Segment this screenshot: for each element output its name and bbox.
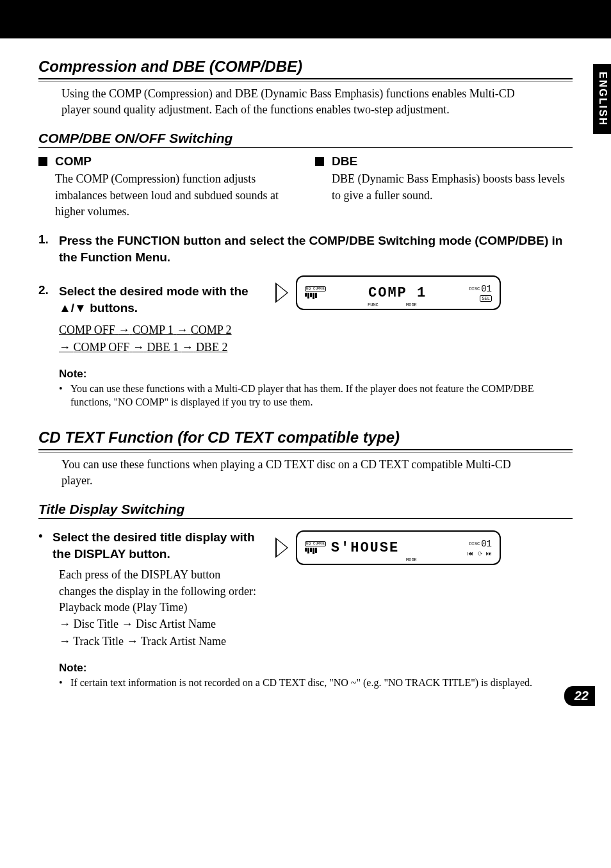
pointer-right-icon bbox=[275, 283, 288, 303]
step-1-number: 1. bbox=[38, 233, 53, 265]
note-comp-dbe: Note: • You can use these functions with… bbox=[59, 368, 573, 409]
dbe-body: DBE (Dynamic Bass Emphasis) boosts bass … bbox=[332, 171, 573, 203]
disc-label: DISC bbox=[469, 286, 480, 291]
comp-heading: COMP bbox=[55, 154, 92, 168]
step-2-number: 2. bbox=[38, 283, 53, 316]
arrow-right-icon: → bbox=[122, 618, 133, 630]
dbe-column: DBE DBE (Dynamic Bass Emphasis) boosts b… bbox=[315, 154, 573, 220]
section-intro-cdtext: You can use these functions when playing… bbox=[61, 457, 535, 489]
dbe-heading: DBE bbox=[332, 154, 357, 168]
arrow-right-icon: → bbox=[176, 323, 188, 336]
step-2-row: 2. Select the desired mode with the ▲/▼ … bbox=[38, 270, 573, 356]
pointer-right-icon bbox=[275, 537, 288, 558]
lcd-display-comp: EQ CURVE COMP 1 DISC01 SEL FUNC MODE bbox=[296, 275, 501, 310]
comp-dbe-sequence: COMP OFF → COMP 1 → COMP 2 → COMP OFF → … bbox=[59, 322, 256, 356]
title-step-body-a: Each press of the DISPLAY button changes… bbox=[59, 567, 256, 599]
func-indicator: FUNC bbox=[368, 302, 379, 307]
square-bullet-icon bbox=[38, 157, 47, 166]
note-title: Note: bbox=[59, 368, 573, 381]
arrow-right-icon: → bbox=[118, 323, 129, 336]
mode-indicator: MODE bbox=[406, 557, 417, 562]
arrow-right-icon: → bbox=[59, 341, 70, 354]
disc-label: DISC bbox=[469, 541, 480, 546]
square-bullet-icon bbox=[315, 157, 324, 166]
bullet-dot-icon: • bbox=[59, 382, 65, 409]
subsection-heading-switching: COMP/DBE ON/OFF Switching bbox=[38, 131, 573, 148]
section-intro-comp-dbe: Using the COMP (Compression) and DBE (Dy… bbox=[61, 86, 535, 118]
arrow-right-icon: → bbox=[127, 635, 138, 648]
disc-number: 01 bbox=[481, 284, 492, 294]
sel-indicator: SEL bbox=[480, 295, 492, 302]
title-step-body-b: Playback mode (Play Time) bbox=[59, 600, 256, 616]
step-1: 1. Press the FUNCTION button and select … bbox=[38, 233, 573, 265]
note-body: You can use these functions with a Multi… bbox=[70, 382, 573, 409]
eq-curve-label: EQ CURVE bbox=[305, 286, 326, 291]
title-step-text: Select the desired title display with th… bbox=[53, 529, 256, 562]
note-body: If certain text information is not recor… bbox=[70, 676, 532, 690]
arrow-right-icon: → bbox=[59, 618, 70, 630]
arrow-right-icon: → bbox=[181, 341, 193, 354]
bullet-dot-icon: • bbox=[38, 529, 46, 562]
step-1-text: Press the FUNCTION button and select the… bbox=[59, 233, 573, 265]
subsection-heading-title-display: Title Display Switching bbox=[38, 502, 573, 519]
title-step: • Select the desired title display with … bbox=[38, 529, 256, 562]
eq-bars-icon bbox=[305, 548, 326, 554]
section-heading-cdtext: CD TEXT Function (for CD TEXT compatible… bbox=[38, 429, 573, 450]
step-2-text: Select the desired mode with the ▲/▼ but… bbox=[59, 283, 256, 316]
note-cdtext: Note: • If certain text information is n… bbox=[59, 662, 573, 690]
title-display-row: • Select the desired title display with … bbox=[38, 525, 573, 650]
page-number: 22 bbox=[564, 686, 595, 706]
mode-indicator: MODE bbox=[406, 302, 417, 307]
lcd-main-text: COMP 1 bbox=[326, 285, 469, 301]
eq-curve-label: EQ CURVE bbox=[305, 541, 326, 546]
top-black-bar bbox=[0, 0, 611, 38]
comp-dbe-columns: COMP The COMP (Compression) function adj… bbox=[38, 154, 573, 220]
up-down-buttons-icon: ▲/▼ bbox=[59, 301, 86, 315]
playback-controls-icon: ⏮ ⟳ ⏭ bbox=[468, 550, 492, 557]
comp-body: The COMP (Compression) function adjusts … bbox=[55, 171, 296, 220]
bullet-dot-icon: • bbox=[59, 676, 65, 690]
arrow-right-icon: → bbox=[59, 635, 70, 648]
eq-bars-icon bbox=[305, 293, 326, 299]
note-title: Note: bbox=[59, 662, 573, 675]
lcd-main-text: S'HOUSE bbox=[326, 540, 468, 556]
page-body: Compression and DBE (COMP/DBE) Using the… bbox=[0, 38, 611, 722]
section-heading-comp-dbe: Compression and DBE (COMP/DBE) bbox=[38, 58, 573, 79]
comp-column: COMP The COMP (Compression) function adj… bbox=[38, 154, 296, 220]
lcd-display-cdtext: EQ CURVE S'HOUSE DISC01 ⏮ ⟳ ⏭ MODE bbox=[296, 530, 501, 565]
arrow-right-icon: → bbox=[133, 341, 144, 354]
step-2: 2. Select the desired mode with the ▲/▼ … bbox=[38, 283, 256, 316]
disc-number: 01 bbox=[481, 539, 492, 549]
title-sequence: → Disc Title → Disc Artist Name → Track … bbox=[59, 616, 256, 650]
